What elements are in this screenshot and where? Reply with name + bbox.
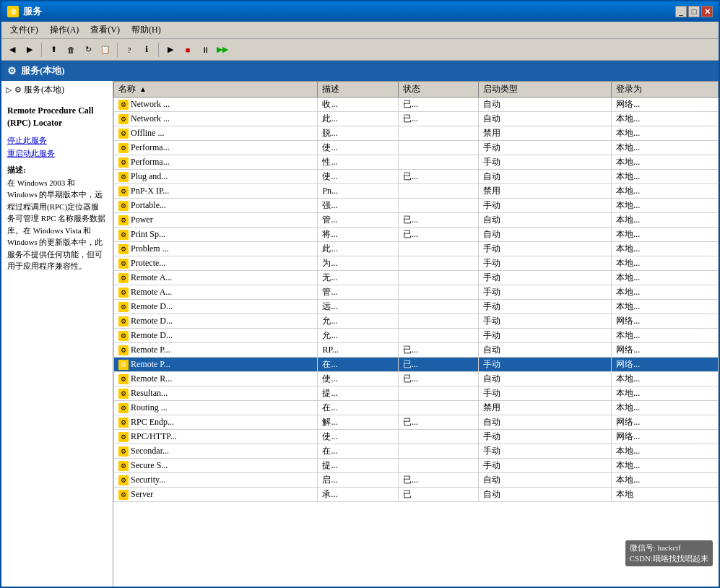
table-row[interactable]: ⚙Print Sp...将...已...自动本地... — [114, 228, 719, 242]
cell-desc: Pn... — [318, 184, 399, 199]
table-row[interactable]: ⚙Server承...已自动本地 — [114, 488, 719, 502]
back-button[interactable]: ◀ — [4, 42, 20, 58]
col-status[interactable]: 状态 — [398, 82, 479, 98]
menu-action[interactable]: 操作(A) — [44, 22, 85, 38]
table-row[interactable]: ⚙Power管...已...自动本地... — [114, 213, 719, 228]
content-header-icon: ⚙ — [7, 65, 17, 77]
stop-button[interactable]: ■ — [180, 42, 196, 58]
maximize-button[interactable]: □ — [688, 6, 700, 17]
up-button[interactable]: ⬆ — [45, 42, 61, 58]
table-row[interactable]: ⚙Performa...性...手动本地... — [114, 155, 719, 170]
col-desc[interactable]: 描述 — [318, 82, 399, 98]
cell-desc: 提... — [318, 386, 399, 401]
table-row[interactable]: ⚙Resultan...提...手动本地... — [114, 386, 719, 401]
table-row[interactable]: ⚙Remote A...无...手动本地... — [114, 271, 719, 285]
cell-name: ⚙Resultan... — [114, 386, 318, 401]
cell-desc: RP... — [318, 343, 399, 358]
table-row[interactable]: ⚙Secondar...在...手动本地... — [114, 444, 719, 459]
cell-status: 已... — [398, 473, 479, 488]
table-row[interactable]: ⚙Protecte...为...手动本地... — [114, 256, 719, 271]
nav-services-local[interactable]: ▷ ⚙ 服务(本地) — [1, 81, 113, 99]
menu-help[interactable]: 帮助(H) — [126, 22, 167, 38]
play-button[interactable]: ▶ — [162, 42, 178, 58]
cell-desc: 无... — [318, 271, 399, 285]
table-row[interactable]: ⚙Remote D...允...手动本地... — [114, 329, 719, 343]
restart-service-link[interactable]: 重启动此服务 — [7, 148, 107, 159]
table-header-row: 名称 ▲ 描述 状态 启动类型 登录为 — [114, 82, 719, 98]
cell-desc: 解... — [318, 415, 399, 430]
table-row[interactable]: ⚙Remote D...允...手动网络... — [114, 314, 719, 329]
cell-name: ⚙Remote R... — [114, 372, 318, 386]
table-row[interactable]: ⚙RPC Endp...解...已...自动网络... — [114, 415, 719, 430]
cell-status — [398, 314, 479, 329]
cell-startup: 手动 — [479, 459, 612, 473]
refresh-button[interactable]: ↻ — [80, 42, 96, 58]
table-row[interactable]: ⚙Remote D...远...手动本地... — [114, 300, 719, 314]
table-row[interactable]: ⚙Secure S...提...手动本地... — [114, 459, 719, 473]
main-window: ⚙ 服务 _ □ ✕ 文件(F) 操作(A) 查看(V) 帮助(H) ◀ ▶ ⬆… — [0, 0, 720, 588]
table-row[interactable]: ⚙Offline ...脱...禁用本地... — [114, 126, 719, 141]
service-icon: ⚙ — [118, 201, 129, 211]
col-name[interactable]: 名称 ▲ — [114, 82, 318, 98]
table-row[interactable]: ⚙Problem ...此...手动本地... — [114, 242, 719, 256]
cell-logon: 本地... — [612, 459, 719, 473]
cell-status — [398, 329, 479, 343]
cell-logon: 本地... — [612, 401, 719, 415]
cell-name: ⚙Remote A... — [114, 271, 318, 285]
table-row[interactable]: ⚙Network ...此...已...自动本地... — [114, 112, 719, 126]
col-logon[interactable]: 登录为 — [612, 82, 719, 98]
cell-status — [398, 401, 479, 415]
table-row[interactable]: ⚙Security...启...已...自动本地... — [114, 473, 719, 488]
export-button[interactable]: 📋 — [97, 42, 113, 58]
cell-startup: 手动 — [479, 329, 612, 343]
cell-startup: 手动 — [479, 430, 612, 444]
stop-service-link[interactable]: 停止此服务 — [7, 135, 107, 146]
table-row[interactable]: ⚙Routing ...在...禁用本地... — [114, 401, 719, 415]
desc-text: 在 Windows 2003 和 Windows 的早期版本中，远程过程调用(R… — [7, 177, 107, 272]
col-startup[interactable]: 启动类型 — [479, 82, 612, 98]
info-button[interactable]: ℹ — [139, 42, 155, 58]
menu-file[interactable]: 文件(F) — [4, 22, 44, 38]
table-row[interactable]: ⚙Portable...强...手动本地... — [114, 199, 719, 213]
close-button[interactable]: ✕ — [701, 6, 713, 17]
cell-startup: 自动 — [479, 343, 612, 358]
table-row[interactable]: ⚙PnP-X IP...Pn...禁用本地... — [114, 184, 719, 199]
table-row[interactable]: ⚙Performa...使...手动本地... — [114, 141, 719, 155]
table-row[interactable]: ⚙Network ...收...已...自动网络... — [114, 98, 719, 112]
cell-status — [398, 386, 479, 401]
table-row[interactable]: ⚙Remote A...管...手动本地... — [114, 285, 719, 300]
table-row[interactable]: ⚙Plug and...使...已...自动本地... — [114, 170, 719, 184]
service-icon: ⚙ — [118, 461, 129, 471]
forward-button[interactable]: ▶ — [22, 42, 38, 58]
cell-desc: 提... — [318, 459, 399, 473]
main-area: ▷ ⚙ 服务(本地) Remote Procedure Call (RPC) L… — [1, 81, 719, 588]
show-hide-button[interactable]: 🗑 — [63, 42, 79, 58]
service-icon: ⚙ — [118, 316, 129, 327]
minimize-button[interactable]: _ — [675, 6, 687, 17]
table-row[interactable]: ⚙RPC/HTTP...使...手动网络... — [114, 430, 719, 444]
cell-name: ⚙Plug and... — [114, 170, 318, 184]
title-bar: ⚙ 服务 _ □ ✕ — [1, 1, 719, 22]
pause-button[interactable]: ⏸ — [197, 42, 213, 58]
service-icon: ⚙ — [118, 273, 129, 283]
help-button[interactable]: ? — [121, 42, 137, 58]
table-row[interactable]: ⚙Remote R...使...已...自动本地... — [114, 372, 719, 386]
table-row[interactable]: ⚙Remote P...RP...已...自动网络... — [114, 343, 719, 358]
cell-name: ⚙Server — [114, 488, 318, 502]
nav-services-label: 服务(本地) — [24, 84, 64, 96]
service-icon: ⚙ — [118, 215, 129, 225]
cell-status: 已 — [398, 488, 479, 502]
table-container[interactable]: 名称 ▲ 描述 状态 启动类型 登录为 ⚙Network ...收...已...… — [113, 81, 719, 588]
cell-startup: 手动 — [479, 141, 612, 155]
service-icon: ⚙ — [118, 157, 129, 168]
menu-view[interactable]: 查看(V) — [84, 22, 126, 38]
service-icon: ⚙ — [118, 172, 129, 182]
table-row[interactable]: ⚙Remote P...在...已...手动网络... — [114, 358, 719, 372]
cell-logon: 本地... — [612, 256, 719, 271]
cell-name: ⚙Print Sp... — [114, 228, 318, 242]
cell-status: 已... — [398, 415, 479, 430]
restart-button[interactable]: ▶▶ — [214, 42, 230, 58]
cell-name: ⚙Portable... — [114, 199, 318, 213]
cell-name: ⚙Routing ... — [114, 401, 318, 415]
desc-label: 描述: — [7, 165, 26, 174]
